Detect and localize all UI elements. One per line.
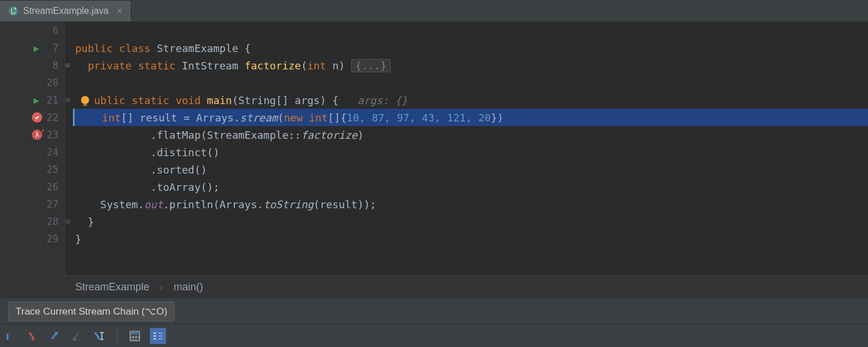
file-tab[interactable]: StreamExample.java ×	[0, 0, 131, 21]
line-number: 22	[41, 112, 58, 123]
code-editor[interactable]: 6 ▶7 8⊞ 20 ▶21⊟ 22 λ↑23 24 25 26 27 28⊟ …	[0, 22, 868, 275]
line-number: 25	[41, 164, 58, 175]
code-line-current: int[] result = Arrays.stream(new int[]{1…	[73, 109, 868, 126]
code-line: .sorted()	[75, 161, 868, 178]
svg-point-1	[81, 96, 89, 104]
code-line	[75, 74, 868, 91]
step-into-icon[interactable]	[27, 329, 41, 343]
breadcrumb-class[interactable]: StreamExample	[75, 281, 149, 293]
line-number: 21	[41, 94, 58, 106]
step-over-icon[interactable]	[5, 329, 19, 343]
code-line: private static IntStream factorize(int n…	[75, 57, 868, 74]
line-number: 26	[41, 181, 58, 193]
folded-region[interactable]: {...}	[351, 59, 391, 72]
breadcrumbs-bar: StreamExample › main()	[0, 275, 868, 298]
chevron-right-icon: ›	[160, 281, 163, 293]
trace-stream-chain-icon[interactable]	[150, 328, 166, 344]
line-number: 24	[41, 146, 58, 158]
code-line: .toArray();	[75, 178, 868, 195]
line-number: 6	[41, 25, 58, 36]
tooltip-row: Trace Current Stream Chain (⌥O)	[0, 298, 868, 324]
svg-rect-3	[73, 338, 76, 341]
code-line: }	[75, 213, 868, 230]
breadcrumb-method[interactable]: main()	[174, 281, 203, 293]
code-line: ublic static void main(String[] args) { …	[75, 91, 868, 109]
run-to-cursor-icon[interactable]	[93, 329, 106, 343]
code-line	[75, 22, 868, 39]
run-icon[interactable]: ▶	[34, 43, 39, 54]
svg-rect-2	[83, 104, 87, 106]
line-number: 27	[41, 198, 58, 210]
line-number: 8	[41, 60, 58, 71]
force-step-into-icon[interactable]	[49, 329, 62, 343]
gutter[interactable]: 6 ▶7 8⊞ 20 ▶21⊟ 22 λ↑23 24 25 26 27 28⊟ …	[0, 22, 65, 275]
inline-hint: args: {}	[339, 94, 407, 106]
fold-collapse-icon[interactable]: ⊟	[64, 217, 71, 226]
step-out-icon[interactable]	[71, 329, 84, 343]
code-line: }	[75, 230, 868, 248]
line-number: 28	[41, 216, 58, 227]
code-area[interactable]: public class StreamExample { private sta…	[65, 22, 868, 275]
line-number: 20	[41, 77, 58, 88]
evaluate-expression-icon[interactable]	[128, 329, 142, 343]
editor-tab-bar: StreamExample.java ×	[0, 0, 868, 22]
line-number: 29	[41, 233, 58, 245]
fold-collapse-icon[interactable]: ⊟	[64, 96, 71, 104]
tab-filename: StreamExample.java	[23, 6, 109, 16]
line-number: 7	[41, 42, 58, 54]
intention-bulb-icon[interactable]	[79, 95, 91, 108]
debug-toolbar	[0, 324, 868, 347]
code-line: .distinct()	[75, 143, 868, 161]
code-line: System.out.println(Arrays.toString(resul…	[75, 195, 868, 213]
run-icon[interactable]: ▶	[34, 95, 39, 106]
breakpoint-icon[interactable]	[32, 112, 42, 123]
code-line: .flatMap(StreamExample::factorize)	[75, 126, 868, 143]
java-class-icon	[8, 6, 19, 16]
close-icon[interactable]: ×	[117, 5, 123, 17]
fold-expand-icon[interactable]: ⊞	[64, 61, 71, 69]
action-tooltip: Trace Current Stream Chain (⌥O)	[8, 301, 175, 322]
code-line: public class StreamExample {	[75, 39, 868, 57]
separator	[117, 330, 117, 342]
lambda-breakpoint-icon[interactable]: λ↑	[32, 130, 42, 140]
svg-rect-5	[130, 331, 139, 334]
